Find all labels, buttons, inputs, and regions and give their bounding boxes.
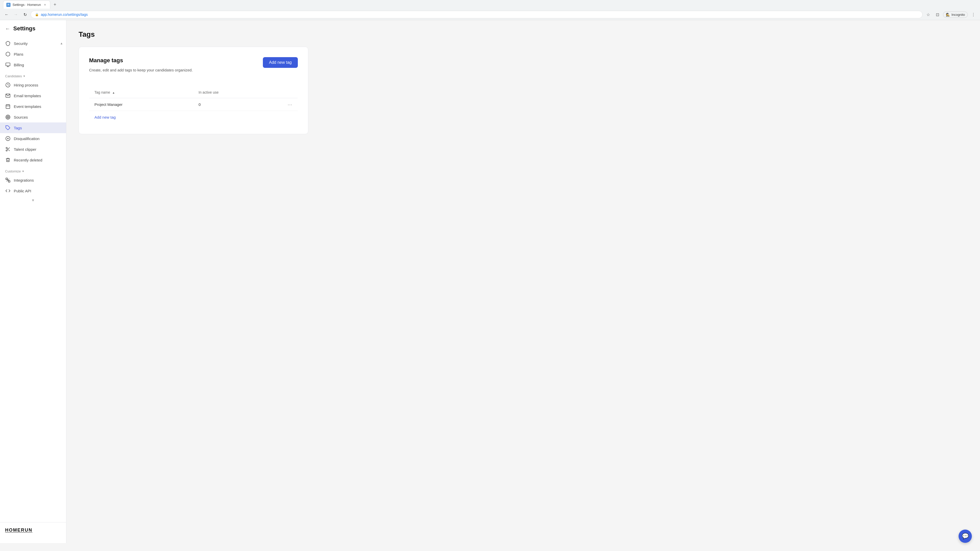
col-actions-header (263, 87, 298, 98)
table-row: Project Manager 0 ··· (89, 98, 298, 111)
tab-close-button[interactable]: × (43, 3, 47, 7)
sidebar-item-label: Integrations (14, 178, 34, 183)
hiring-icon (5, 82, 11, 88)
add-tag-cell: Add new tag (89, 111, 298, 124)
candidates-section-label[interactable]: Candidates ▼ (0, 70, 66, 79)
sidebar-item-label: Tags (14, 126, 22, 130)
plug-icon (5, 177, 11, 183)
lock-icon: 🔒 (35, 13, 39, 16)
card-header-row: Manage tags Create, edit and add tags to… (89, 57, 298, 79)
main-content: Tags Manage tags Create, edit and add ta… (66, 20, 980, 543)
scissors-icon (5, 146, 11, 152)
app-layout: ← Settings Security ▲ Plans Billing Cand… (0, 20, 980, 543)
card-title: Manage tags (89, 57, 192, 64)
scroll-down-icon: ▼ (32, 198, 35, 202)
sidebar-item-disqualification[interactable]: Disqualification (0, 133, 66, 144)
homerun-logo: HOMERUN (5, 527, 61, 533)
sidebar-title: Settings (13, 25, 35, 32)
svg-point-10 (6, 116, 9, 118)
sidebar-item-label: Public API (14, 189, 31, 193)
sidebar-item-label: Recently deleted (14, 158, 42, 162)
sidebar-item-security[interactable]: Security ▲ (0, 38, 66, 49)
active-tab[interactable]: H Settings · Homerun × (3, 0, 50, 9)
incognito-button[interactable]: 🕵 Incognito (943, 11, 968, 18)
x-circle-icon (5, 136, 11, 141)
reload-button[interactable]: ↻ (21, 11, 29, 18)
table-header-row: Tag name ▲ In active use (89, 87, 298, 98)
svg-rect-0 (6, 63, 10, 66)
sidebar-item-talent-clipper[interactable]: Talent clipper (0, 144, 66, 155)
chat-icon: 💬 (962, 533, 969, 540)
sort-icon: ▲ (112, 91, 115, 94)
svg-rect-5 (6, 105, 10, 108)
shield-icon (5, 41, 11, 46)
sidebar-item-label: Billing (14, 63, 24, 67)
sidebar-item-event-templates[interactable]: Event templates (0, 101, 66, 112)
target-icon (5, 114, 11, 120)
incognito-label: Incognito (951, 13, 965, 17)
sidebar-item-recently-deleted[interactable]: Recently deleted (0, 155, 66, 165)
bookmark-button[interactable]: ☆ (924, 11, 932, 18)
chevron-down-icon: ▼ (23, 75, 25, 78)
forward-button[interactable]: → (12, 11, 19, 18)
sidebar-item-label: Hiring process (14, 83, 38, 87)
svg-point-17 (6, 150, 7, 151)
sidebar-item-label: Email templates (14, 94, 41, 98)
sidebar-item-public-api[interactable]: Public API (0, 186, 66, 196)
address-bar[interactable]: 🔒 app.homerun.co/settings/tags (30, 11, 923, 18)
sidebar-item-tags[interactable]: Tags (0, 122, 66, 133)
sidebar-item-label: Disqualification (14, 137, 40, 141)
billing-icon (5, 62, 11, 68)
chevron-down-icon-2: ▼ (22, 170, 24, 173)
tab-favicon: H (6, 3, 11, 7)
tag-actions-cell[interactable]: ··· (263, 98, 298, 111)
page-title: Tags (79, 30, 968, 38)
tag-name-cell: Project Manager (89, 98, 194, 111)
sidebar-item-sources[interactable]: Sources (0, 112, 66, 122)
browser-toolbar: ← → ↻ 🔒 app.homerun.co/settings/tags ☆ ⊡… (0, 9, 980, 20)
svg-point-9 (6, 115, 10, 119)
add-tag-row: Add new tag (89, 111, 298, 124)
calendar-icon (5, 103, 11, 109)
svg-line-19 (8, 150, 10, 151)
tags-table: Tag name ▲ In active use Project Manager… (89, 86, 298, 124)
add-new-tag-button[interactable]: Add new tag (263, 57, 298, 68)
back-button[interactable]: ← (3, 11, 10, 18)
split-view-button[interactable]: ⊡ (934, 11, 941, 18)
sidebar-item-label: Plans (14, 52, 24, 56)
svg-line-20 (7, 148, 8, 149)
card-subtitle: Create, edit and add tags to keep your c… (89, 68, 192, 72)
col-active-use: In active use (193, 87, 263, 98)
menu-button[interactable]: ⋮ (970, 11, 977, 18)
toolbar-right: ☆ ⊡ 🕵 Incognito ⋮ (924, 11, 977, 18)
sidebar-item-email-templates[interactable]: Email templates (0, 90, 66, 101)
scroll-up-indicator: ▲ (60, 41, 63, 45)
svg-point-11 (7, 117, 8, 118)
sidebar-item-integrations[interactable]: Integrations (0, 175, 66, 186)
sidebar-item-plans[interactable]: Plans (0, 49, 66, 59)
sidebar-bottom: HOMERUN (0, 522, 66, 538)
trash-icon (5, 157, 11, 163)
card-header-text: Manage tags Create, edit and add tags to… (89, 57, 192, 79)
code-icon (5, 188, 11, 194)
col-tag-name[interactable]: Tag name ▲ (89, 87, 194, 98)
scroll-down-area: ▼ (0, 196, 66, 204)
sidebar: ← Settings Security ▲ Plans Billing Cand… (0, 20, 66, 543)
sidebar-item-label: Security (14, 41, 27, 46)
box-icon (5, 51, 11, 57)
tag-icon (5, 125, 11, 130)
envelope-icon (5, 93, 11, 98)
tags-card: Manage tags Create, edit and add tags to… (79, 47, 308, 134)
add-new-tag-link[interactable]: Add new tag (94, 115, 116, 119)
new-tab-button[interactable]: + (51, 1, 59, 8)
sidebar-item-label: Talent clipper (14, 147, 36, 151)
customize-section-label[interactable]: Customize ▼ (0, 165, 66, 175)
back-arrow-link[interactable]: ← (5, 26, 10, 32)
sidebar-item-billing[interactable]: Billing (0, 59, 66, 70)
sidebar-item-hiring-process[interactable]: Hiring process (0, 79, 66, 90)
browser-chrome: H Settings · Homerun × + ← → ↻ 🔒 app.hom… (0, 0, 980, 20)
tag-active-use-cell: 0 (193, 98, 263, 111)
chat-button[interactable]: 💬 (959, 530, 972, 543)
incognito-icon: 🕵 (946, 13, 950, 17)
address-text: app.homerun.co/settings/tags (41, 13, 88, 17)
